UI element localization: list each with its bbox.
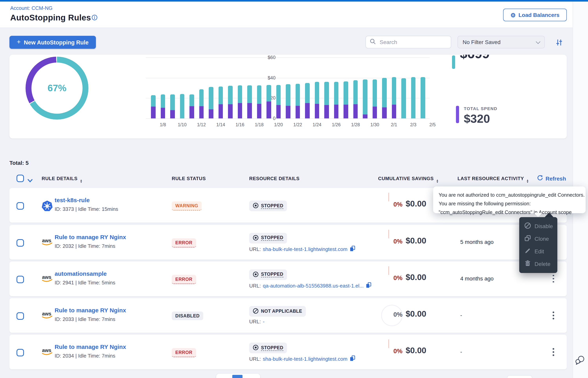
copy-icon[interactable] xyxy=(349,355,355,363)
rule-name-link[interactable]: Rule to manage RY Nginx xyxy=(55,307,126,313)
x-axis-tick-label: 1/18 xyxy=(251,122,268,127)
x-axis-tick-label: 1/8 xyxy=(154,122,172,127)
last-activity: 5 months ago xyxy=(460,239,494,245)
row-checkbox[interactable] xyxy=(16,239,24,246)
savings-percent: 0% xyxy=(373,238,402,245)
table-header: RULE DETAILS▲▼ RULE STATUS RESOURCE DETA… xyxy=(9,172,567,186)
bar-segment-savings xyxy=(353,80,358,104)
info-icon[interactable] xyxy=(91,14,98,22)
bar-segment-savings xyxy=(199,90,204,106)
bar-segment-savings xyxy=(180,94,185,118)
rule-name-link[interactable]: Rule to manage RY Nginx xyxy=(55,233,126,240)
table-row[interactable]: aws Rule to manage RY Nginx ID: 2033 | I… xyxy=(9,298,567,333)
col-cumulative-savings[interactable]: CUMULATIVE SAVINGS▲▼ xyxy=(378,176,439,183)
new-autostopping-rule-button[interactable]: + New AutoStopping Rule xyxy=(9,36,96,49)
rule-id-idle-time: ID: 2941 | Idle Time: 5mins xyxy=(55,280,115,285)
rule-status-badge: WARNING xyxy=(172,201,202,210)
bar-2/1 xyxy=(392,57,396,118)
menu-item-edit[interactable]: Edit xyxy=(519,245,557,258)
pagination-current-page[interactable] xyxy=(232,375,243,378)
search-input[interactable] xyxy=(379,39,443,46)
resource-url-link[interactable]: sha-bulk-rule-test-1.lightwingtest.com xyxy=(263,246,347,252)
table-row[interactable]: aws Rule to manage RY Nginx ID: 2032 | I… xyxy=(9,225,567,259)
bar-1/11 xyxy=(190,57,194,118)
sort-icon[interactable]: ▲▼ xyxy=(436,179,439,183)
bar-segment-spend xyxy=(238,103,242,119)
bar-segment-spend xyxy=(199,106,204,118)
x-axis-tick-label: 1/22 xyxy=(289,122,306,127)
search-box[interactable] xyxy=(366,36,451,48)
bar-segment-savings xyxy=(218,86,223,104)
bar-2/5 xyxy=(430,57,435,118)
svg-text:aws: aws xyxy=(42,311,51,316)
delete-icon xyxy=(524,260,531,268)
copy-icon[interactable] xyxy=(349,245,355,253)
bar-segment-savings xyxy=(151,95,156,107)
resource-url-link[interactable]: sha-bulk-rule-test-1.lightwingtest.com xyxy=(263,356,347,362)
bar-1/22 xyxy=(295,57,300,118)
refresh-button[interactable]: Refresh xyxy=(537,175,566,182)
savings-percent: 0% xyxy=(373,274,402,282)
bar-1/16 xyxy=(238,57,242,118)
context-menu-arrow xyxy=(544,212,554,217)
kebab-menu-button[interactable] xyxy=(550,272,557,285)
bar-segment-savings xyxy=(267,85,271,102)
bar-1/26 xyxy=(334,57,339,118)
bar-segment-spend xyxy=(151,107,156,118)
chevron-down-icon xyxy=(536,39,540,44)
chat-icon[interactable] xyxy=(575,355,585,367)
load-balancers-label: Load Balancers xyxy=(518,12,560,18)
savings-tick xyxy=(388,193,389,201)
bar-segment-savings xyxy=(411,77,416,118)
rule-name-link[interactable]: automationsample xyxy=(55,270,107,277)
table-row[interactable]: aws automationsample ID: 2941 | Idle Tim… xyxy=(9,261,567,296)
x-axis-tick-label: 2/5 xyxy=(424,122,441,127)
row-checkbox[interactable] xyxy=(16,276,24,283)
bar-1/20 xyxy=(276,57,281,118)
breadcrumb-account-link[interactable]: Account: CCM-NG xyxy=(10,5,52,11)
bar-1/7 xyxy=(151,57,156,118)
chevron-down-icon[interactable] xyxy=(27,177,33,184)
resource-url-line: URL:sha-bulk-rule-test-1.lightwingtest.c… xyxy=(249,245,355,253)
filter-icon[interactable] xyxy=(555,39,563,48)
donut-percent-label: 67% xyxy=(48,83,66,94)
sort-icon[interactable]: ▲▼ xyxy=(80,179,83,183)
table-row[interactable]: aws Rule to manage RY Nginx ID: 2034 | I… xyxy=(9,335,567,369)
saved-filter-select[interactable]: No Filter Saved xyxy=(458,36,545,48)
menu-item-clone[interactable]: Clone xyxy=(519,232,557,245)
row-checkbox[interactable] xyxy=(16,312,24,320)
rule-status-badge: ERROR xyxy=(172,275,196,284)
bar-1/17 xyxy=(247,57,252,118)
bar-2/2 xyxy=(401,57,406,118)
row-checkbox[interactable] xyxy=(16,202,24,210)
resource-url-link[interactable]: qa-automation-alb-515563988.us-east-1.el… xyxy=(263,283,364,288)
rule-name-link[interactable]: Rule to manage RY Nginx xyxy=(55,343,126,350)
kebab-menu-button[interactable] xyxy=(550,309,557,322)
rule-name-link[interactable]: test-k8s-rule xyxy=(55,197,89,203)
aws-icon: aws xyxy=(42,274,53,285)
bar-segment-spend xyxy=(295,106,300,118)
pagination-bar[interactable] xyxy=(216,374,260,378)
bar-segment-spend xyxy=(305,103,310,119)
col-rule-details[interactable]: RULE DETAILS▲▼ xyxy=(42,176,83,183)
x-axis-tick-label: 1/28 xyxy=(347,122,364,127)
load-balancers-button[interactable]: ⚙ Load Balancers xyxy=(503,9,567,21)
menu-item-disable[interactable]: Disable xyxy=(519,220,557,232)
col-last-resource-activity[interactable]: LAST RESOURCE ACTIVITY▲▼ xyxy=(458,176,529,183)
copy-icon[interactable] xyxy=(366,282,371,289)
resource-state-icon xyxy=(253,345,259,351)
savings-tick xyxy=(388,230,389,238)
kebab-menu-button[interactable] xyxy=(550,346,557,358)
sort-icon[interactable]: ▲▼ xyxy=(526,179,529,183)
bar-segment-spend xyxy=(382,107,387,118)
bar-segment-savings xyxy=(363,79,368,114)
savings-percent: 0% xyxy=(373,311,402,318)
resource-url-line: URL:sha-bulk-rule-test-1.lightwingtest.c… xyxy=(249,355,355,363)
bar-segment-savings xyxy=(305,83,310,103)
select-all-checkbox[interactable] xyxy=(16,175,24,182)
resource-state-label: STOPPED xyxy=(261,235,283,241)
bar-segment-savings xyxy=(421,77,425,118)
resource-url-link[interactable]: - xyxy=(263,319,265,324)
menu-item-delete[interactable]: Delete xyxy=(519,258,557,270)
row-checkbox[interactable] xyxy=(16,349,24,356)
